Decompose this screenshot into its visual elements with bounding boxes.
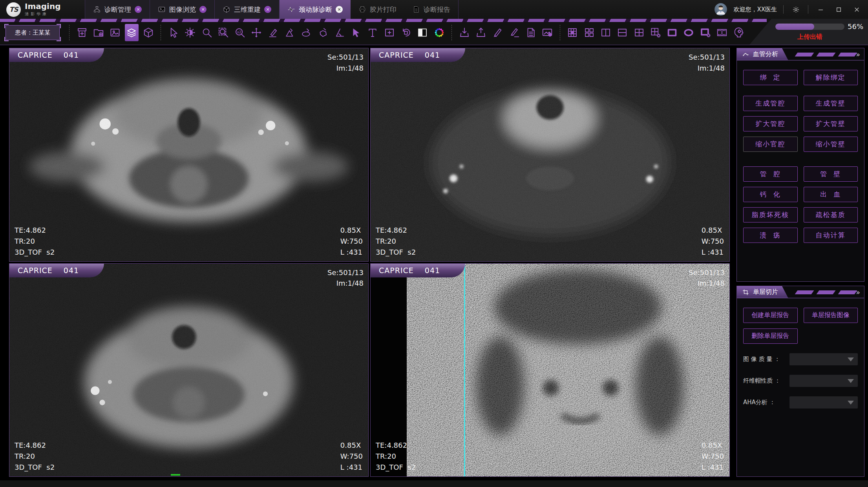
draw-line-button[interactable] bbox=[266, 24, 280, 41]
series-tag-number: 041 bbox=[64, 51, 79, 59]
close-button[interactable] bbox=[851, 4, 863, 15]
vessel-button-row: 钙 化出 血 bbox=[743, 187, 858, 202]
tab-close-icon[interactable]: ✕ bbox=[135, 6, 142, 13]
image-view-button[interactable] bbox=[108, 24, 122, 41]
draw-triangle-button[interactable] bbox=[283, 24, 296, 41]
viewport-top-right[interactable]: CAPRICE041Se:501/13Im:1/48TE:4.862TR:203… bbox=[370, 48, 730, 262]
sequence-name: 3D_TOF s2 bbox=[376, 247, 416, 258]
tab-close-icon[interactable]: ✕ bbox=[199, 6, 206, 13]
user-avatar[interactable] bbox=[715, 3, 727, 16]
zoom-2x-button[interactable]: x2 bbox=[233, 24, 247, 41]
zoom-region-button[interactable] bbox=[216, 24, 230, 41]
vessel-button-2-1[interactable]: 扩大管壁 bbox=[804, 116, 858, 131]
tab-image-browse[interactable]: 图像浏览✕ bbox=[150, 0, 214, 19]
tab-film-print[interactable]: 胶片打印 bbox=[351, 0, 404, 19]
vessel-button-4-0[interactable]: 管 腔 bbox=[743, 166, 798, 182]
window-level: L :431 bbox=[702, 462, 724, 473]
vessel-button-0-1[interactable]: 解除绑定 bbox=[804, 70, 858, 85]
select-dropdown-1[interactable] bbox=[789, 375, 858, 387]
vessel-button-5-1[interactable]: 出 血 bbox=[804, 187, 858, 202]
corner-bracket bbox=[57, 37, 61, 41]
tab-close-icon[interactable]: ✕ bbox=[336, 6, 343, 13]
color-wheel-button[interactable] bbox=[432, 24, 446, 41]
minimize-button[interactable] bbox=[815, 4, 826, 15]
welcome-text: 欢迎您，XX医生 bbox=[733, 6, 777, 13]
vessel-button-4-1[interactable]: 管 壁 bbox=[804, 166, 858, 182]
slice-button-0[interactable]: 创建单层报告 bbox=[743, 308, 798, 323]
vessel-button-1-1[interactable]: 生成管壁 bbox=[804, 96, 858, 111]
shape-rect-button[interactable] bbox=[665, 24, 679, 41]
tab-3d-reconstruction[interactable]: 三维重建✕ bbox=[214, 0, 279, 19]
tab-diagnosis-management[interactable]: 诊断管理✕ bbox=[85, 0, 150, 19]
viewport-bottom-left[interactable]: CAPRICE041Se:501/13Im:1/48TE:4.862TR:203… bbox=[9, 263, 369, 477]
viewport-top-left[interactable]: CAPRICE041Se:501/13Im:1/48TE:4.862TR:203… bbox=[9, 48, 369, 262]
layout-quad-icon bbox=[633, 27, 645, 38]
tab-close-icon[interactable]: ✕ bbox=[264, 6, 271, 13]
draw-ellipse-button[interactable] bbox=[300, 24, 313, 41]
layout-quad-button[interactable] bbox=[632, 24, 646, 41]
vessel-button-6-0[interactable]: 脂质坏死核 bbox=[743, 207, 798, 223]
vessel-button-3-1[interactable]: 缩小管壁 bbox=[804, 137, 858, 152]
rotate-button[interactable] bbox=[399, 24, 413, 41]
vessel-panel-collapse-chevron[interactable]: » bbox=[856, 51, 864, 58]
select-dropdown-2[interactable] bbox=[789, 396, 858, 409]
layout-close-button[interactable] bbox=[649, 24, 662, 41]
tr-value: TR:20 bbox=[15, 451, 55, 462]
image-icon bbox=[158, 5, 166, 13]
arrow-annotation-button[interactable] bbox=[349, 24, 363, 41]
select-dropdown-0[interactable] bbox=[789, 353, 858, 365]
slice-button-1[interactable]: 单层报告图像 bbox=[804, 308, 858, 323]
tab-diagnosis-report[interactable]: 诊断报告 bbox=[404, 0, 459, 19]
image-index: Im:1/48 bbox=[327, 63, 364, 74]
brush-button[interactable] bbox=[491, 24, 504, 41]
angle-button[interactable] bbox=[333, 24, 346, 41]
pointer-button[interactable] bbox=[166, 24, 180, 41]
vessel-button-6-1[interactable]: 疏松基质 bbox=[804, 207, 858, 223]
reference-line[interactable] bbox=[464, 264, 465, 477]
color-wheel-icon bbox=[433, 27, 445, 38]
vessel-button-row: 溃 疡自动计算 bbox=[743, 228, 858, 243]
tab-carotid-diagnosis[interactable]: 颈动脉诊断✕ bbox=[279, 0, 351, 19]
vessel-button-2-0[interactable]: 扩大管腔 bbox=[743, 116, 798, 131]
filmstrip-button[interactable] bbox=[715, 24, 729, 41]
layout-2x2-button[interactable] bbox=[582, 24, 596, 41]
series-tag-name: CAPRICE bbox=[18, 266, 53, 275]
report-add-button[interactable] bbox=[524, 24, 537, 41]
shape-ellipse-button[interactable] bbox=[682, 24, 696, 41]
vessel-button-7-1[interactable]: 自动计算 bbox=[804, 228, 858, 243]
slice-button-2[interactable]: 删除单层报告 bbox=[743, 328, 798, 344]
brush-line-button[interactable] bbox=[507, 24, 521, 41]
vessel-button-0-0[interactable]: 绑 定 bbox=[743, 70, 798, 85]
vessel-button-3-0[interactable]: 缩小官腔 bbox=[743, 137, 798, 152]
zoom-button[interactable] bbox=[200, 24, 214, 41]
invert-button[interactable] bbox=[416, 24, 429, 41]
layout-hsplit-button[interactable] bbox=[616, 24, 629, 41]
zoom-factor: 0.85X bbox=[340, 225, 363, 236]
ai-assist-button[interactable] bbox=[732, 24, 746, 41]
import-box-button[interactable] bbox=[75, 24, 89, 41]
maximize-button[interactable] bbox=[833, 4, 844, 15]
vessel-button-7-0[interactable]: 溃 疡 bbox=[743, 228, 798, 243]
draw-polygon-button[interactable] bbox=[316, 24, 330, 41]
vessel-button-1-0[interactable]: 生成管腔 bbox=[743, 96, 798, 111]
pan-button[interactable] bbox=[250, 24, 263, 41]
text-annotation-button[interactable] bbox=[366, 24, 380, 41]
settings-button[interactable] bbox=[790, 4, 802, 15]
layout-vsplit-button[interactable] bbox=[599, 24, 612, 41]
logo-title: Imaging bbox=[25, 2, 61, 11]
layout-grid-button[interactable] bbox=[566, 24, 579, 41]
slice-panel-collapse-chevron[interactable]: » bbox=[856, 288, 864, 296]
sequence-name: 3D_TOF s2 bbox=[15, 247, 55, 258]
vessel-button-5-0[interactable]: 钙 化 bbox=[743, 187, 798, 202]
download-button[interactable] bbox=[457, 24, 471, 41]
cube-3d-button[interactable] bbox=[141, 24, 155, 41]
layers-button[interactable] bbox=[125, 24, 139, 41]
roi-add-button[interactable] bbox=[382, 24, 396, 41]
shape-remove-button[interactable] bbox=[698, 24, 712, 41]
open-folder-button[interactable] bbox=[91, 24, 105, 41]
patient-field[interactable]: 患者：王某某 bbox=[5, 25, 60, 40]
upload-button[interactable] bbox=[474, 24, 488, 41]
viewport-bottom-right[interactable]: CAPRICE041Se:501/13Im:1/48TE:4.862TR:203… bbox=[370, 263, 730, 477]
window-level-button[interactable] bbox=[183, 24, 197, 41]
key-image-button[interactable] bbox=[541, 24, 554, 41]
